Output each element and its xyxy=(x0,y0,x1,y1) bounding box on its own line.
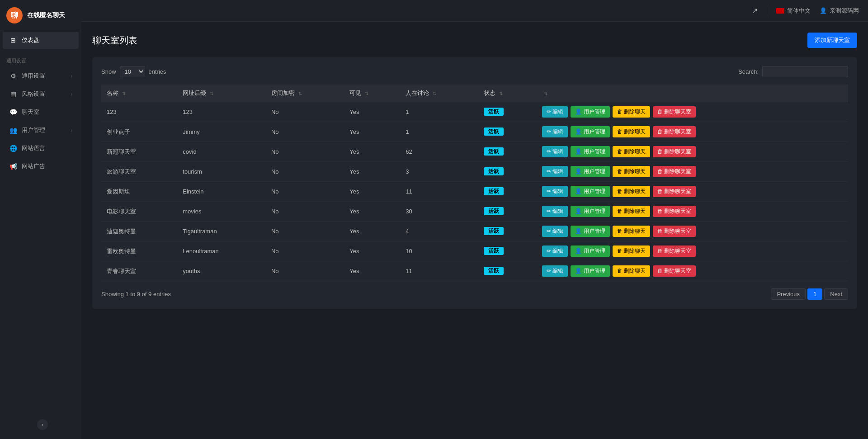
sort-online-icon[interactable]: ⇅ xyxy=(433,91,436,96)
delete-msg-button[interactable]: 🗑 删除聊天 xyxy=(613,106,650,118)
delete-room-button[interactable]: 🗑 删除聊天室 xyxy=(653,146,696,157)
cell-actions: ✏ 编辑 👤 用户管理 🗑 删除聊天 🗑 删除聊天室 xyxy=(537,222,848,241)
cell-encryption: No xyxy=(266,241,344,261)
cell-online: 3 xyxy=(400,162,478,182)
col-slug: 网址后缀 ⇅ xyxy=(177,85,266,102)
add-chatroom-button[interactable]: 添加新聊天室 xyxy=(807,33,857,48)
pagination-next-button[interactable]: Next xyxy=(824,288,848,300)
delete-msg-button[interactable]: 🗑 删除聊天 xyxy=(613,126,650,137)
sidebar-item-user-management[interactable]: 👥 用户管理 › xyxy=(3,122,79,139)
cell-name: 雷欧奥特曼 xyxy=(101,241,177,261)
delete-room-button[interactable]: 🗑 删除聊天室 xyxy=(653,226,696,237)
user-manage-button[interactable]: 👤 用户管理 xyxy=(571,126,609,137)
user-manage-button[interactable]: 👤 用户管理 xyxy=(571,146,609,157)
cell-actions: ✏ 编辑 👤 用户管理 🗑 删除聊天 🗑 删除聊天室 xyxy=(537,122,848,142)
user-manage-button[interactable]: 👤 用户管理 xyxy=(571,166,609,177)
user-manage-button[interactable]: 👤 用户管理 xyxy=(571,186,609,197)
table-row: 雷欧奥特曼 Lenoultraman No Yes 10 活跃 ✏ 编辑 👤 用… xyxy=(101,241,848,261)
topbar-user[interactable]: 👤 亲测源码网 xyxy=(820,7,859,15)
edit-button[interactable]: ✏ 编辑 xyxy=(542,206,568,217)
delete-msg-button[interactable]: 🗑 删除聊天 xyxy=(613,166,650,177)
edit-button[interactable]: ✏ 编辑 xyxy=(542,265,568,277)
sidebar-item-dashboard[interactable]: ⊞ 仪表盘 xyxy=(3,32,79,49)
status-badge: 活跃 xyxy=(484,147,504,156)
delete-msg-button[interactable]: 🗑 删除聊天 xyxy=(613,146,650,157)
topbar-language[interactable]: 简体中文 xyxy=(776,7,811,15)
delete-room-button[interactable]: 🗑 删除聊天室 xyxy=(653,126,696,137)
edit-button[interactable]: ✏ 编辑 xyxy=(542,226,568,237)
cell-encryption: No xyxy=(266,222,344,241)
page-title: 聊天室列表 xyxy=(92,34,137,47)
delete-room-button[interactable]: 🗑 删除聊天室 xyxy=(653,106,696,118)
cell-visible: Yes xyxy=(344,222,400,241)
cell-name: 123 xyxy=(101,102,177,122)
edit-button[interactable]: ✏ 编辑 xyxy=(542,166,568,177)
delete-room-button[interactable]: 🗑 删除聊天室 xyxy=(653,265,696,277)
cell-online: 11 xyxy=(400,182,478,202)
search-label: Search: xyxy=(738,68,759,75)
page-header: 聊天室列表 添加新聊天室 xyxy=(92,33,857,48)
entries-select[interactable]: 10 25 50 100 xyxy=(120,66,145,77)
delete-room-button[interactable]: 🗑 删除聊天室 xyxy=(653,186,696,197)
sidebar-item-site-language[interactable]: 🌐 网站语言 xyxy=(3,140,79,157)
sidebar-collapse-button[interactable]: ‹ xyxy=(37,419,48,430)
sidebar-item-theme-settings[interactable]: ▤ 风格设置 › xyxy=(3,85,79,103)
delete-room-button[interactable]: 🗑 删除聊天室 xyxy=(653,245,696,257)
table-show-entries: Show 10 25 50 100 entries xyxy=(101,66,166,77)
sort-encryption-icon[interactable]: ⇅ xyxy=(298,91,302,96)
cell-visible: Yes xyxy=(344,122,400,142)
delete-room-button[interactable]: 🗑 删除聊天室 xyxy=(653,166,696,177)
user-manage-button[interactable]: 👤 用户管理 xyxy=(571,226,609,237)
sidebar-item-chat-rooms[interactable]: 💬 聊天室 xyxy=(3,104,79,121)
sidebar-user-management-label: 用户管理 xyxy=(22,126,45,134)
topbar-divider xyxy=(767,5,767,16)
sort-actions-icon[interactable]: ⇅ xyxy=(544,91,547,96)
user-manage-button[interactable]: 👤 用户管理 xyxy=(571,106,609,118)
edit-button[interactable]: ✏ 编辑 xyxy=(542,106,568,118)
cell-encryption: No xyxy=(266,162,344,182)
col-name: 名称 ⇅ xyxy=(101,85,177,102)
table-row: 青春聊天室 youths No Yes 11 活跃 ✏ 编辑 👤 用户管理 🗑 … xyxy=(101,261,848,281)
sidebar-item-site-ads[interactable]: 📢 网站广告 xyxy=(3,158,79,175)
delete-msg-button[interactable]: 🗑 删除聊天 xyxy=(613,206,650,217)
cell-actions: ✏ 编辑 👤 用户管理 🗑 删除聊天 🗑 删除聊天室 xyxy=(537,261,848,281)
status-badge: 活跃 xyxy=(484,108,504,116)
cell-actions: ✏ 编辑 👤 用户管理 🗑 删除聊天 🗑 删除聊天室 xyxy=(537,241,848,261)
cell-status: 活跃 xyxy=(478,261,537,281)
table-search: Search: xyxy=(738,66,848,77)
delete-msg-button[interactable]: 🗑 删除聊天 xyxy=(613,186,650,197)
delete-room-button[interactable]: 🗑 删除聊天室 xyxy=(653,206,696,217)
pagination-prev-button[interactable]: Previous xyxy=(771,288,806,300)
cell-actions: ✏ 编辑 👤 用户管理 🗑 删除聊天 🗑 删除聊天室 xyxy=(537,182,848,202)
sidebar-section-general: 通用设置 xyxy=(0,49,81,67)
sidebar-site-ads-label: 网站广告 xyxy=(22,162,45,170)
edit-button[interactable]: ✏ 编辑 xyxy=(542,186,568,197)
theme-icon: ▤ xyxy=(9,90,17,98)
delete-msg-button[interactable]: 🗑 删除聊天 xyxy=(613,226,650,237)
delete-msg-button[interactable]: 🗑 删除聊天 xyxy=(613,245,650,257)
table-controls: Show 10 25 50 100 entries Search: xyxy=(101,66,848,77)
edit-button[interactable]: ✏ 编辑 xyxy=(542,126,568,137)
delete-msg-button[interactable]: 🗑 删除聊天 xyxy=(613,265,650,277)
edit-button[interactable]: ✏ 编辑 xyxy=(542,245,568,257)
topbar-lang-label: 简体中文 xyxy=(787,7,811,15)
status-badge: 活跃 xyxy=(484,227,504,235)
sort-status-icon[interactable]: ⇅ xyxy=(499,91,503,96)
export-icon[interactable]: ↗ xyxy=(752,6,758,15)
ads-icon: 📢 xyxy=(9,163,17,170)
cell-slug: movies xyxy=(177,202,266,222)
pagination-page-1-button[interactable]: 1 xyxy=(807,288,822,300)
user-manage-button[interactable]: 👤 用户管理 xyxy=(571,245,609,257)
sort-slug-icon[interactable]: ⇅ xyxy=(210,91,213,96)
cell-name: 新冠聊天室 xyxy=(101,142,177,162)
sort-name-icon[interactable]: ⇅ xyxy=(122,91,126,96)
table-row: 迪迦奥特曼 Tigaultraman No Yes 4 活跃 ✏ 编辑 👤 用户… xyxy=(101,222,848,241)
edit-button[interactable]: ✏ 编辑 xyxy=(542,146,568,157)
col-online: 人在讨论 ⇅ xyxy=(400,85,478,102)
user-manage-button[interactable]: 👤 用户管理 xyxy=(571,206,609,217)
sidebar-item-general-settings[interactable]: ⚙ 通用设置 › xyxy=(3,67,79,85)
sort-visible-icon[interactable]: ⇅ xyxy=(365,91,368,96)
user-manage-button[interactable]: 👤 用户管理 xyxy=(571,265,609,277)
search-input[interactable] xyxy=(762,66,848,77)
status-badge: 活跃 xyxy=(484,207,504,215)
